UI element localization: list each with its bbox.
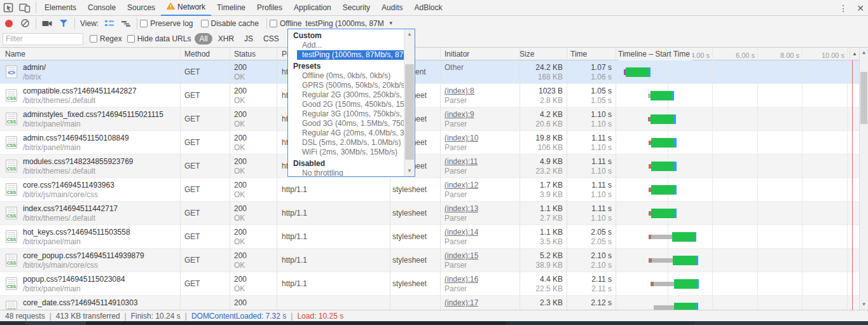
more-options-icon[interactable]: ⋮ <box>839 5 848 11</box>
tab-profiles[interactable]: Profiles <box>251 0 288 16</box>
tab-elements[interactable]: Elements <box>39 0 82 16</box>
request-time: 2.11 s <box>535 275 612 284</box>
tab-timeline[interactable]: Timeline <box>211 0 251 16</box>
request-initiator[interactable]: (index):17 <box>444 298 478 307</box>
tab-audits[interactable]: Audits <box>376 0 408 16</box>
type-filter-xhr[interactable]: XHR <box>214 33 238 45</box>
table-row[interactable]: CSScore_date.css?146945114910303200(inde… <box>0 296 859 310</box>
dropdown-option[interactable]: Offline (0ms, 0kb/s, 0kb/s) <box>288 71 404 81</box>
dropdown-option[interactable]: GPRS (500ms, 50kb/s, 20kb/s) <box>288 81 404 90</box>
column-header-time[interactable]: Time <box>570 48 587 60</box>
column-header-timeline[interactable]: Timeline – Start Time <box>618 48 692 60</box>
request-method: GET <box>184 131 200 155</box>
network-filter-bar: Regex Hide data URLs AllXHRJSCSSImgMedia <box>0 31 868 48</box>
close-devtools-icon[interactable]: ✕ <box>857 3 864 13</box>
request-type: stylesheet <box>392 202 427 225</box>
offline-checkbox[interactable] <box>270 20 277 27</box>
request-initiator[interactable]: (index):10 <box>444 134 478 142</box>
column-header-status[interactable]: Status <box>234 48 256 60</box>
taskbar-segment <box>506 321 693 325</box>
file-icon-glyph: CSS <box>6 261 17 265</box>
filter-funnel-icon[interactable] <box>55 16 72 31</box>
tab-network[interactable]: Network <box>161 0 211 16</box>
request-initiator[interactable]: (index):12 <box>444 181 478 190</box>
throttling-caret-icon[interactable]: ▼ <box>389 20 394 26</box>
scroll-up-icon[interactable]: ▲ <box>860 48 868 58</box>
table-row[interactable]: CSScore.css?14694511493963/bitrix/js/mai… <box>0 178 859 202</box>
table-row[interactable]: CSScompatible.css?14694511442827/bitrix/… <box>0 84 859 107</box>
tab-label: Application <box>294 0 331 15</box>
request-initiator[interactable]: (index):8 <box>444 86 474 95</box>
request-initiator[interactable]: (index):16 <box>444 275 478 284</box>
timeline-sort-button[interactable]: ▲ <box>850 48 859 60</box>
column-header-initiator[interactable]: Initiator <box>444 48 469 60</box>
dropdown-option[interactable]: testPing (1000ms, 87Mb/s, 87Mb/s) <box>297 50 405 60</box>
type-filter-css[interactable]: CSS <box>259 33 284 45</box>
hide-data-urls-checkbox[interactable] <box>127 35 135 43</box>
dropdown-option[interactable]: Add... <box>288 41 404 50</box>
tab-label: Security <box>343 0 370 15</box>
dropdown-option[interactable]: Regular 2G (300ms, 250kb/s, 50kb/s) <box>288 90 404 100</box>
warning-icon <box>167 0 175 15</box>
network-status-bar: 48 requests | 413 KB transferred | Finis… <box>0 310 868 321</box>
request-initiator[interactable]: (index):11 <box>444 157 478 166</box>
regex-checkbox[interactable] <box>90 35 97 43</box>
column-header-size[interactable]: Size <box>520 48 534 60</box>
dropdown-option[interactable]: Good 2G (150ms, 450kb/s, 150kb/s) <box>288 100 404 109</box>
request-initiator[interactable]: (index):14 <box>444 228 478 237</box>
dropdown-option[interactable]: Regular 4G (20ms, 4.0Mb/s, 3.0Mb/s) <box>288 128 404 138</box>
request-initiator[interactable]: (index):9 <box>444 110 474 119</box>
dropdown-scrollbar[interactable]: ▲ ▼ <box>404 29 415 176</box>
preserve-log-label: Preserve log <box>150 19 193 28</box>
scrollbar-thumb[interactable] <box>860 72 867 124</box>
dropdown-scroll-up-icon[interactable]: ▲ <box>404 29 415 39</box>
request-initiator[interactable]: (index):13 <box>444 204 478 213</box>
table-row[interactable]: CSSadmin.css?1469451150108849/bitrix/pan… <box>0 131 859 155</box>
show-overview-icon[interactable] <box>118 16 134 31</box>
dropdown-scrollbar-thumb[interactable] <box>405 64 414 160</box>
filter-input[interactable] <box>3 33 83 45</box>
request-initiator[interactable]: (index):15 <box>444 251 478 260</box>
table-row[interactable]: CSScore_popup.css?146945114939879/bitrix… <box>0 249 859 272</box>
request-status-text: OK <box>234 96 245 105</box>
dropdown-section-custom: Custom <box>288 31 404 41</box>
request-status-code: 200 <box>234 204 247 213</box>
tab-application[interactable]: Application <box>288 0 337 16</box>
column-header-method[interactable]: Method <box>184 48 210 60</box>
large-request-rows-icon[interactable] <box>101 16 118 31</box>
device-toolbar-icon[interactable] <box>17 0 33 15</box>
tab-console[interactable]: Console <box>82 0 121 16</box>
throttling-select[interactable]: testPing (1000ms, 87M <box>305 19 383 28</box>
record-button[interactable] <box>5 20 13 27</box>
preserve-log-checkbox[interactable] <box>140 20 148 27</box>
request-status-text: OK <box>234 73 245 81</box>
dropdown-scroll-down-icon[interactable]: ▼ <box>404 166 415 176</box>
table-row[interactable]: CSSadminstyles_fixed.css?146945115021115… <box>0 107 859 131</box>
dropdown-option[interactable]: Good 3G (40ms, 1.5Mb/s, 750kb/s) <box>288 119 404 128</box>
request-path: /bitrix/themes/.default <box>23 96 95 105</box>
tab-sources[interactable]: Sources <box>121 0 161 16</box>
file-icon-lines <box>8 114 15 120</box>
inspect-element-icon[interactable] <box>0 0 17 15</box>
tab-security[interactable]: Security <box>337 0 376 16</box>
scroll-down-icon[interactable]: ▼ <box>860 300 868 310</box>
dropdown-option[interactable]: No throttling <box>288 169 404 177</box>
type-filter-all[interactable]: All <box>195 33 212 45</box>
disable-cache-checkbox[interactable] <box>201 20 209 27</box>
regex-label: Regex <box>100 34 122 43</box>
dropdown-option[interactable]: WiFi (2ms, 30Mb/s, 15Mb/s) <box>288 148 404 157</box>
table-row[interactable]: CSSmodules.css?148234855923769/bitrix/th… <box>0 155 859 178</box>
table-row[interactable]: CSSindex.css?14694511442717/bitrix/theme… <box>0 202 859 225</box>
table-row[interactable]: <>admin//bitrixGET200OKhttp/1.1documentO… <box>0 60 859 84</box>
column-header-name[interactable]: Name <box>5 48 25 60</box>
table-row[interactable]: CSSpopup.css?146945115023084/bitrix/pane… <box>0 272 859 296</box>
tab-adblock[interactable]: AdBlock <box>408 0 448 16</box>
capture-screenshots-icon[interactable] <box>39 16 55 31</box>
request-status-text: OK <box>234 237 245 246</box>
clear-requests-icon[interactable] <box>17 16 33 31</box>
table-scrollbar[interactable]: ▲ ▼ <box>859 48 868 310</box>
type-filter-js[interactable]: JS <box>240 33 258 45</box>
dropdown-option[interactable]: DSL (5ms, 2.0Mb/s, 1.0Mb/s) <box>288 138 404 148</box>
table-row[interactable]: CSShot_keys.css?14694511503558/bitrix/pa… <box>0 225 859 249</box>
dropdown-option[interactable]: Regular 3G (100ms, 750kb/s, 250kb/s) <box>288 109 404 119</box>
